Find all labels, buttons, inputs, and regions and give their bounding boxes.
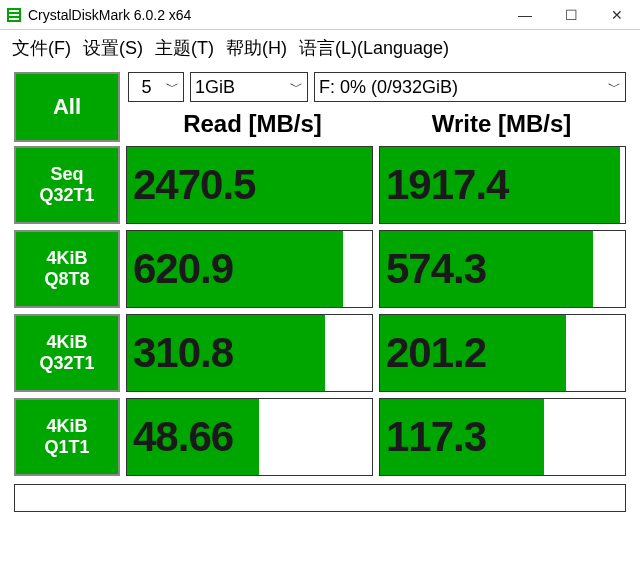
write-cell: 117.3: [379, 398, 626, 476]
results-grid: SeqQ32T12470.51917.44KiBQ8T8620.9574.34K…: [14, 146, 626, 476]
maximize-button[interactable]: ☐: [548, 0, 594, 30]
title-bar: CrystalDiskMark 6.0.2 x64 — ☐ ✕: [0, 0, 640, 30]
result-row: SeqQ32T12470.51917.4: [14, 146, 626, 224]
all-button[interactable]: All: [14, 72, 120, 142]
read-cell: 2470.5: [126, 146, 373, 224]
top-row: All 5 ﹀ 1GiB ﹀ F: 0% (0/932GiB) ﹀ Read […: [14, 72, 626, 142]
size-select[interactable]: 1GiB ﹀: [190, 72, 308, 102]
status-bar: [14, 484, 626, 512]
test-label-line2: Q1T1: [44, 437, 89, 458]
write-value: 1917.4: [380, 147, 625, 223]
result-row: 4KiBQ1T148.66117.3: [14, 398, 626, 476]
app-icon: [6, 7, 22, 23]
read-value: 310.8: [127, 315, 372, 391]
read-value: 620.9: [127, 231, 372, 307]
menu-bar: 文件(F) 设置(S) 主题(T) 帮助(H) 语言(L)(Language): [0, 30, 640, 68]
size-value: 1GiB: [195, 77, 235, 98]
read-cell: 620.9: [126, 230, 373, 308]
svg-rect-1: [9, 10, 19, 12]
header-row: Read [MB/s] Write [MB/s]: [128, 106, 626, 142]
test-label-line2: Q32T1: [39, 353, 94, 374]
count-select[interactable]: 5 ﹀: [128, 72, 184, 102]
drive-select[interactable]: F: 0% (0/932GiB) ﹀: [314, 72, 626, 102]
test-button[interactable]: 4KiBQ32T1: [14, 314, 120, 392]
test-label-line2: Q32T1: [39, 185, 94, 206]
test-button[interactable]: 4KiBQ8T8: [14, 230, 120, 308]
svg-rect-3: [9, 18, 19, 20]
read-value: 2470.5: [127, 147, 372, 223]
svg-rect-2: [9, 14, 19, 16]
top-controls: 5 ﹀ 1GiB ﹀ F: 0% (0/932GiB) ﹀ Read [MB/s…: [128, 72, 626, 142]
chevron-down-icon: ﹀: [166, 78, 179, 96]
chevron-down-icon: ﹀: [608, 78, 621, 96]
test-button[interactable]: SeqQ32T1: [14, 146, 120, 224]
test-label-line1: 4KiB: [46, 332, 87, 353]
window-title: CrystalDiskMark 6.0.2 x64: [28, 7, 502, 23]
result-row: 4KiBQ32T1310.8201.2: [14, 314, 626, 392]
close-button[interactable]: ✕: [594, 0, 640, 30]
menu-settings[interactable]: 设置(S): [79, 34, 147, 62]
result-row: 4KiBQ8T8620.9574.3: [14, 230, 626, 308]
write-header: Write [MB/s]: [377, 110, 626, 138]
menu-language[interactable]: 语言(L)(Language): [295, 34, 453, 62]
write-value: 574.3: [380, 231, 625, 307]
write-value: 201.2: [380, 315, 625, 391]
minimize-button[interactable]: —: [502, 0, 548, 30]
main-area: All 5 ﹀ 1GiB ﹀ F: 0% (0/932GiB) ﹀ Read […: [0, 68, 640, 476]
read-cell: 310.8: [126, 314, 373, 392]
test-label-line1: 4KiB: [46, 248, 87, 269]
write-cell: 1917.4: [379, 146, 626, 224]
read-cell: 48.66: [126, 398, 373, 476]
test-button[interactable]: 4KiBQ1T1: [14, 398, 120, 476]
menu-file[interactable]: 文件(F): [8, 34, 75, 62]
menu-help[interactable]: 帮助(H): [222, 34, 291, 62]
test-label-line1: Seq: [50, 164, 83, 185]
menu-theme[interactable]: 主题(T): [151, 34, 218, 62]
write-cell: 201.2: [379, 314, 626, 392]
read-header: Read [MB/s]: [128, 110, 377, 138]
chevron-down-icon: ﹀: [290, 78, 303, 96]
select-row: 5 ﹀ 1GiB ﹀ F: 0% (0/932GiB) ﹀: [128, 72, 626, 102]
read-value: 48.66: [127, 399, 372, 475]
test-label-line2: Q8T8: [44, 269, 89, 290]
write-cell: 574.3: [379, 230, 626, 308]
write-value: 117.3: [380, 399, 625, 475]
test-label-line1: 4KiB: [46, 416, 87, 437]
drive-value: F: 0% (0/932GiB): [319, 77, 458, 98]
count-value: 5: [133, 77, 160, 98]
